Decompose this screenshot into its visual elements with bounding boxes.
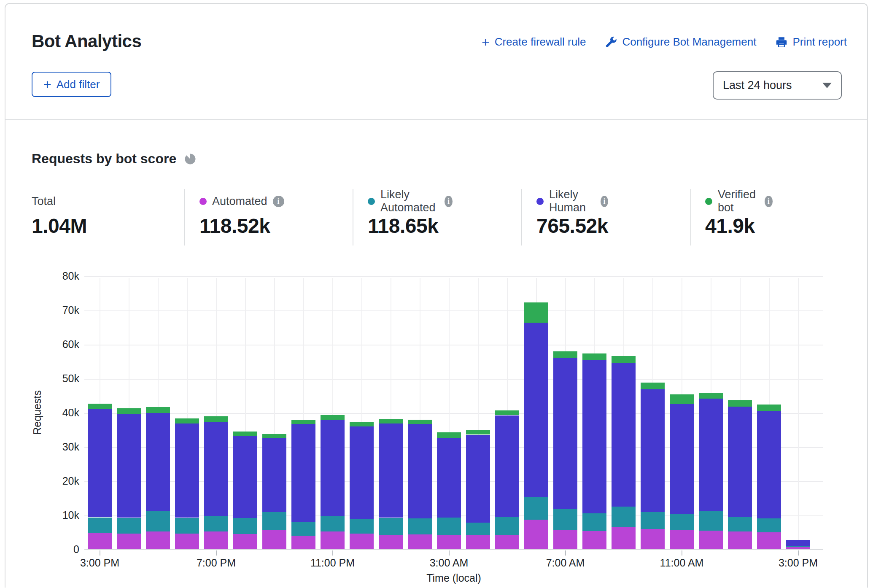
bar-segment-likely-automated (204, 516, 228, 531)
bar-segment-likely-human (146, 413, 170, 511)
bar-segment-likely-human (437, 438, 461, 518)
header-divider (5, 119, 868, 120)
bar-segment-likely-human (117, 414, 141, 518)
x-axis-tick-label: 3:00 PM (779, 557, 818, 569)
bar-5-00-am[interactable] (495, 410, 519, 549)
bar-4-00-am[interactable] (466, 430, 490, 549)
add-filter-button[interactable]: + Add filter (32, 72, 111, 97)
bar-segment-automated (524, 520, 548, 549)
bar-9-00-pm[interactable] (262, 434, 286, 549)
v-gridline (798, 278, 799, 549)
bar-segment-automated (350, 534, 374, 549)
plus-icon: + (43, 77, 51, 92)
legend-dot (199, 198, 207, 205)
create-firewall-rule-label: Create firewall rule (495, 35, 586, 49)
bar-segment-likely-automated (262, 512, 286, 530)
bar-8-00-pm[interactable] (233, 432, 257, 549)
bar-segment-likely-automated (175, 518, 199, 534)
bar-segment-likely-automated (88, 518, 112, 533)
bar-12-00-pm[interactable] (699, 393, 723, 549)
bar-segment-likely-automated (757, 518, 781, 532)
legend-dot (705, 198, 712, 205)
info-icon[interactable]: i (765, 196, 773, 207)
bar-10-00-pm[interactable] (291, 420, 315, 549)
bar-segment-verified-bot (408, 420, 432, 424)
bar-5-00-pm[interactable] (146, 407, 170, 549)
y-axis-tick-label: 30k (24, 441, 79, 453)
bar-10-00-am[interactable] (641, 383, 665, 549)
bar-7-00-pm[interactable] (204, 417, 228, 549)
bar-segment-automated (321, 531, 345, 549)
bar-2-00-pm[interactable] (757, 404, 781, 549)
bar-segment-automated (146, 531, 170, 549)
bar-segment-likely-human (699, 399, 723, 511)
bar-segment-likely-human (612, 363, 636, 507)
bar-segment-automated (670, 530, 694, 549)
bar-segment-automated (408, 534, 432, 549)
bar-3-00-am[interactable] (437, 433, 461, 549)
print-report-link[interactable]: Print report (776, 35, 847, 49)
bar-segment-verified-bot (88, 404, 112, 409)
bar-segment-likely-automated (612, 507, 636, 527)
time-range-dropdown[interactable]: Last 24 hours (713, 71, 842, 100)
bar-6-00-am[interactable] (524, 302, 548, 549)
legend-dot (536, 198, 544, 205)
bar-11-00-pm[interactable] (321, 415, 345, 549)
x-axis-tick (100, 550, 100, 556)
bar-3-00-pm[interactable] (786, 540, 810, 549)
bar-6-00-pm[interactable] (175, 418, 199, 549)
bar-segment-verified-bot (699, 393, 723, 399)
bar-segment-verified-bot (204, 416, 228, 422)
bar-segment-verified-bot (466, 430, 490, 434)
stat-label: Likely Automated (380, 188, 439, 214)
bar-segment-likely-automated (379, 518, 403, 535)
y-axis-tick-label: 60k (24, 338, 79, 351)
bar-segment-likely-human (786, 540, 810, 546)
bar-segment-likely-automated (350, 519, 374, 534)
bar-11-00-am[interactable] (670, 394, 694, 549)
bar-segment-verified-bot (117, 408, 141, 414)
bar-segment-automated (466, 535, 490, 549)
y-axis-tick-label: 80k (24, 270, 79, 282)
bar-segment-likely-automated (233, 518, 257, 534)
bar-segment-verified-bot (641, 383, 665, 389)
bar-1-00-pm[interactable] (728, 400, 752, 549)
y-axis-tick-label: 50k (24, 372, 79, 385)
bar-9-00-am[interactable] (612, 356, 636, 549)
bar-segment-likely-automated (437, 518, 461, 535)
bar-segment-automated (786, 547, 810, 549)
bar-segment-verified-bot (262, 434, 286, 438)
info-icon[interactable]: i (601, 196, 608, 207)
bar-segment-automated (291, 536, 315, 549)
create-firewall-rule-link[interactable]: + Create firewall rule (482, 35, 586, 49)
section-title: Requests by bot score (32, 151, 176, 167)
x-axis-tick-label: 7:00 AM (546, 557, 585, 569)
x-axis-tick (332, 550, 333, 556)
bar-4-00-pm[interactable] (117, 408, 141, 549)
bar-segment-likely-human (757, 411, 781, 518)
time-range-value: Last 24 hours (723, 79, 792, 92)
bar-12-00-am[interactable] (350, 422, 374, 549)
bar-7-00-am[interactable] (553, 352, 577, 549)
configure-bot-management-link[interactable]: Configure Bot Management (605, 35, 756, 49)
y-axis-tick-label: 20k (24, 475, 79, 487)
bar-segment-automated (88, 533, 112, 549)
bar-8-00-am[interactable] (582, 353, 606, 549)
bar-segment-likely-automated (670, 514, 694, 530)
info-icon[interactable]: i (445, 196, 452, 207)
header-actions: + Create firewall rule Configure Bot Man… (482, 35, 847, 49)
chart-plot-area (84, 276, 823, 550)
bar-1-00-am[interactable] (379, 419, 403, 549)
bar-segment-likely-automated (495, 517, 519, 535)
bar-2-00-am[interactable] (408, 420, 432, 549)
stat-label: Total (32, 195, 56, 208)
bar-segment-verified-bot (495, 410, 519, 415)
stat-label: Automated (212, 195, 267, 208)
bar-segment-likely-human (495, 415, 519, 517)
bar-3-00-pm[interactable] (88, 404, 112, 549)
legend-dot (368, 198, 375, 205)
bar-segment-likely-human (408, 424, 432, 518)
stat-likely-human: Likely Humani765.52k (536, 189, 608, 237)
bar-segment-likely-automated (321, 516, 345, 531)
info-icon[interactable]: i (273, 196, 284, 207)
